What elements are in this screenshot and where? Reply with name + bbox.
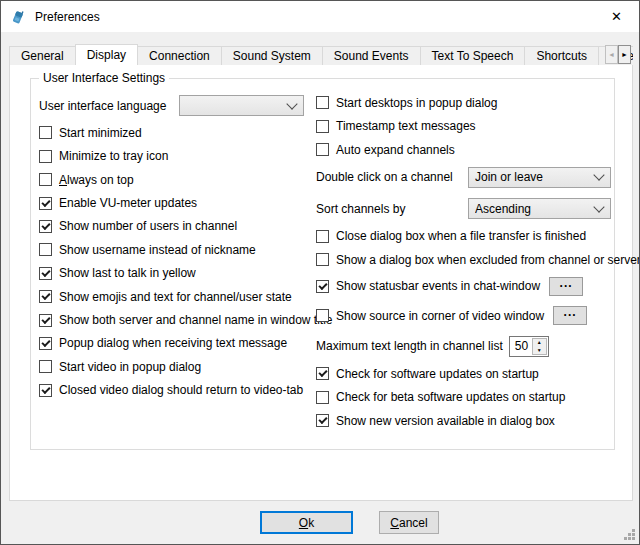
checkbox-icon	[316, 414, 329, 427]
sort-channels-label: Sort channels by	[316, 202, 468, 216]
checkbox-label: Close dialog box when a file transfer is…	[336, 229, 586, 243]
checkbox-server-channel-title[interactable]: Show both server and channel name in win…	[39, 314, 309, 327]
checkbox-label: Show username instead of nickname	[59, 243, 256, 257]
checkbox-icon	[39, 384, 52, 397]
checkbox-label: Popup dialog when receiving text message	[59, 336, 287, 350]
checkbox-icon	[316, 120, 329, 133]
tab-connection[interactable]: Connection	[137, 46, 222, 65]
checkbox-icon	[39, 290, 52, 303]
double-click-combobox[interactable]: Join or leave	[468, 167, 611, 188]
checkbox-label: Check for software updates on startup	[336, 367, 539, 381]
checkbox-label: Enable VU-meter updates	[59, 196, 197, 210]
sort-channels-combobox[interactable]: Ascending	[468, 198, 611, 219]
chevron-down-icon	[593, 169, 604, 180]
tab-sound-system[interactable]: Sound System	[221, 46, 323, 65]
tab-bar: General Display Connection Sound System …	[9, 44, 633, 65]
checkbox-label: Show both server and channel name in win…	[59, 313, 333, 327]
checkbox-icon	[39, 197, 52, 210]
checkbox-icon	[316, 143, 329, 156]
language-row: User interface language	[39, 95, 309, 116]
tab-scroll-left-icon[interactable]: ◄	[605, 45, 618, 64]
checkbox-icon	[39, 243, 52, 256]
max-text-length-label: Maximum text length in channel list	[316, 339, 503, 353]
tab-scroll-right-icon[interactable]: ►	[618, 45, 631, 64]
checkbox-icon	[316, 253, 329, 266]
tab-display[interactable]: Display	[75, 44, 138, 65]
close-icon[interactable]: ✕	[594, 1, 639, 32]
checkbox-closed-video-return[interactable]: Closed video dialog should return to vid…	[39, 384, 309, 397]
double-click-combobox-value: Join or leave	[475, 170, 595, 184]
checkbox-auto-expand-channels[interactable]: Auto expand channels	[316, 143, 612, 156]
checkbox-video-popup[interactable]: Start video in popup dialog	[39, 360, 309, 373]
checkbox-last-to-talk[interactable]: Show last to talk in yellow	[39, 267, 309, 280]
max-text-length-spinner[interactable]: 50 ▲ ▼	[509, 336, 549, 357]
double-click-row: Double click on a channel Join or leave	[316, 167, 612, 188]
checkbox-always-on-top[interactable]: Always on top	[39, 173, 309, 186]
checkbox-icon	[39, 314, 52, 327]
titlebar: Preferences ✕	[1, 1, 639, 32]
language-label: User interface language	[39, 99, 179, 113]
checkbox-icon	[316, 367, 329, 380]
chevron-down-icon	[286, 98, 297, 109]
ok-button[interactable]: Ok	[260, 511, 353, 534]
chevron-down-icon	[593, 201, 604, 212]
checkbox-label: Closed video dialog should return to vid…	[59, 383, 303, 397]
checkbox-enable-vu-meter[interactable]: Enable VU-meter updates	[39, 197, 309, 210]
cancel-button[interactable]: Cancel	[379, 511, 439, 534]
checkbox-label: Auto expand channels	[336, 143, 455, 157]
tab-scroll-buttons: ◄ ►	[605, 45, 631, 64]
sort-channels-combobox-value: Ascending	[475, 202, 595, 216]
checkbox-label: Timestamp text messages	[336, 119, 476, 133]
checkbox-label: Minimize to tray icon	[59, 149, 168, 163]
video-source-browse-button[interactable]: ...	[553, 306, 587, 325]
preferences-dialog: Preferences ✕ General Display Connection…	[0, 0, 640, 545]
double-click-label: Double click on a channel	[316, 170, 468, 184]
app-icon	[10, 9, 26, 25]
checkbox-icon	[39, 267, 52, 280]
max-text-length-value: 50	[510, 339, 532, 353]
resize-grip[interactable]	[623, 528, 636, 541]
checkbox-icon	[316, 96, 329, 109]
tab-general[interactable]: General	[9, 46, 76, 65]
checkbox-icon	[39, 337, 52, 350]
tab-shortcuts[interactable]: Shortcuts	[524, 46, 599, 65]
statusbar-events-browse-button[interactable]: ...	[549, 277, 583, 296]
display-tab-page: User Interface Settings User interface l…	[9, 63, 633, 501]
checkbox-label: Show new version available in dialog box	[336, 414, 555, 428]
checkbox-desktops-popup[interactable]: Start desktops in popup dialog	[316, 96, 612, 109]
checkbox-icon	[316, 391, 329, 404]
checkbox-show-username[interactable]: Show username instead of nickname	[39, 243, 309, 256]
checkbox-icon	[39, 150, 52, 163]
checkbox-minimize-to-tray[interactable]: Minimize to tray icon	[39, 150, 309, 163]
checkbox-label: Show statusbar events in chat-window	[336, 279, 540, 293]
checkbox-check-updates[interactable]: Check for software updates on startup	[316, 367, 612, 380]
language-combobox[interactable]	[179, 95, 304, 116]
checkbox-video-source-corner[interactable]: Show source in corner of video window ..…	[316, 306, 612, 325]
spin-up-icon[interactable]: ▲	[533, 339, 546, 347]
checkbox-excluded-dialog[interactable]: Show a dialog box when excluded from cha…	[316, 253, 612, 266]
checkbox-label: Start desktops in popup dialog	[336, 96, 497, 110]
checkbox-label: Show emojis and text for channel/user st…	[59, 290, 292, 304]
checkbox-label: Show number of users in channel	[59, 219, 237, 233]
checkbox-timestamp-messages[interactable]: Timestamp text messages	[316, 120, 612, 133]
checkbox-new-version-dialog[interactable]: Show new version available in dialog box	[316, 414, 612, 427]
checkbox-start-minimized[interactable]: Start minimized	[39, 126, 309, 139]
checkbox-icon	[39, 173, 52, 186]
checkbox-label: Show last to talk in yellow	[59, 266, 196, 280]
checkbox-icon	[316, 230, 329, 243]
checkbox-icon	[39, 220, 52, 233]
tab-sound-events[interactable]: Sound Events	[322, 46, 421, 65]
max-text-length-row: Maximum text length in channel list 50 ▲…	[316, 336, 612, 357]
checkbox-icon	[39, 360, 52, 373]
sort-channels-row: Sort channels by Ascending	[316, 198, 612, 219]
spin-down-icon[interactable]: ▼	[533, 346, 546, 354]
tab-text-to-speech[interactable]: Text To Speech	[420, 46, 526, 65]
checkbox-icon	[39, 126, 52, 139]
window-title: Preferences	[35, 10, 100, 24]
checkbox-close-on-transfer[interactable]: Close dialog box when a file transfer is…	[316, 230, 612, 243]
checkbox-show-emojis[interactable]: Show emojis and text for channel/user st…	[39, 290, 309, 303]
checkbox-statusbar-events[interactable]: Show statusbar events in chat-window ...	[316, 277, 612, 296]
checkbox-check-beta-updates[interactable]: Check for beta software updates on start…	[316, 391, 612, 404]
checkbox-popup-text-message[interactable]: Popup dialog when receiving text message	[39, 337, 309, 350]
checkbox-show-user-count[interactable]: Show number of users in channel	[39, 220, 309, 233]
